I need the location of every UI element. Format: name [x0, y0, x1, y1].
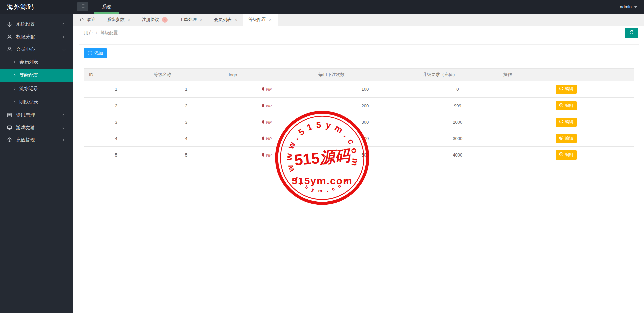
cell-actions: 编辑 [498, 98, 634, 114]
level-logo-image: VIP [260, 136, 277, 141]
svg-text:VIP: VIP [266, 153, 272, 157]
cell-upgrade-requirement: 999 [417, 98, 498, 114]
edit-button[interactable]: 编辑 [556, 134, 577, 143]
tab-register-agreement[interactable]: 注册协议 × [136, 14, 174, 26]
sidebar-subitem-flow-records[interactable]: 流水记录 [0, 82, 73, 96]
sidebar-item-permission[interactable]: 权限分配 [0, 30, 73, 43]
chevron-right-icon [13, 61, 15, 63]
svg-text:VIP: VIP [266, 120, 272, 124]
tab-system-params[interactable]: 系统参数 × [101, 14, 136, 26]
cell-daily-bets: 200 [313, 98, 417, 114]
edit-button[interactable]: 编辑 [556, 118, 577, 127]
edit-button[interactable]: 编辑 [556, 85, 577, 94]
close-icon[interactable]: × [269, 17, 272, 22]
refresh-button[interactable] [625, 28, 638, 38]
level-config-card: 添加 ID 等级名称 logo [79, 44, 639, 168]
active-nav-underline [94, 12, 119, 14]
column-header-level-name: 等级名称 [149, 69, 224, 81]
cell-id: 2 [84, 98, 149, 114]
card-toolbar: 添加 [79, 45, 639, 62]
sidebar-subitem-level-config[interactable]: 等级配置 [0, 69, 73, 82]
cell-actions: 编辑 [498, 130, 634, 147]
chevron-left-icon [63, 138, 65, 141]
gear-icon [7, 21, 12, 27]
close-icon[interactable]: × [234, 17, 237, 22]
cell-id: 1 [84, 81, 149, 98]
cell-actions: 编辑 [498, 81, 634, 98]
cell-logo: VIP [224, 98, 313, 114]
cell-level-name: 4 [149, 130, 224, 147]
menu-list-icon [80, 3, 86, 10]
tab-bar: 欢迎 系统参数 × 注册协议 × 工单处理 × 会员列表 × 等级配置 × [73, 14, 644, 26]
tab-level-config[interactable]: 等级配置 × [243, 14, 278, 26]
close-icon[interactable]: × [128, 17, 130, 22]
user-icon [7, 34, 12, 40]
home-icon [79, 17, 84, 23]
cell-level-name: 3 [149, 114, 224, 130]
face-edit-icon [559, 152, 563, 158]
cell-logo: VIP [224, 81, 313, 98]
cell-upgrade-requirement: 3000 [417, 130, 498, 147]
cell-daily-bets: 300 [313, 114, 417, 130]
cell-logo: VIP [224, 147, 313, 163]
sidebar-item-member-center[interactable]: 会员中心 [0, 43, 73, 55]
table-row: 2 2 VIP 200 999 编辑 [84, 98, 634, 114]
chevron-right-icon [13, 74, 15, 77]
level-logo-image: VIP [260, 152, 277, 158]
main-area: 欢迎 系统参数 × 注册协议 × 工单处理 × 会员列表 × 等级配置 × [73, 14, 644, 313]
table-row: 5 5 VIP 500 4000 编辑 [84, 147, 634, 163]
sidebar-subitem-member-list[interactable]: 会员列表 [0, 55, 73, 69]
breadcrumb-section: 用户 [84, 30, 93, 36]
cell-id: 4 [84, 130, 149, 147]
column-header-logo: logo [224, 69, 313, 81]
add-button[interactable]: 添加 [84, 48, 107, 58]
cell-level-name: 2 [149, 98, 224, 114]
plus-circle-icon [88, 51, 92, 56]
app-logo: 海外源码 [0, 0, 73, 14]
breadcrumb-current: 等级配置 [100, 30, 118, 36]
caret-down-icon [634, 6, 637, 8]
svg-text:VIP: VIP [266, 104, 272, 108]
sidebar-toggle-button[interactable] [77, 2, 88, 11]
cell-upgrade-requirement: 0 [417, 81, 498, 98]
level-table: ID 等级名称 logo 每日下注次数 升级要求（充值） 操作 1 [84, 68, 634, 163]
sidebar-item-news[interactable]: 资讯管理 [0, 109, 73, 121]
chevron-down-icon [63, 48, 65, 50]
cell-actions: 编辑 [498, 147, 634, 163]
face-edit-icon [559, 119, 563, 125]
edit-button[interactable]: 编辑 [556, 150, 577, 160]
cell-level-name: 5 [149, 147, 224, 163]
cell-daily-bets: 400 [313, 130, 417, 147]
recharge-icon [7, 137, 12, 143]
face-edit-icon [559, 103, 563, 108]
chevron-left-icon [63, 23, 65, 25]
table-row: 3 3 VIP 300 2000 编辑 [84, 114, 634, 130]
close-icon[interactable]: × [162, 17, 168, 23]
tab-welcome[interactable]: 欢迎 [73, 14, 101, 26]
topbar: 海外源码 系统 admin [0, 0, 644, 14]
face-edit-icon [559, 136, 563, 141]
tab-member-list[interactable]: 会员列表 × [208, 14, 243, 26]
close-icon[interactable]: × [200, 17, 202, 22]
column-header-upgrade-requirement: 升级要求（充值） [417, 69, 498, 81]
cell-id: 3 [84, 114, 149, 130]
tab-work-order[interactable]: 工单处理 × [174, 14, 208, 26]
cell-upgrade-requirement: 2000 [417, 114, 498, 130]
level-logo-image: VIP [260, 103, 277, 108]
chevron-right-icon [13, 101, 15, 104]
sidebar-item-game-guess[interactable]: 游戏竞猜 [0, 121, 73, 134]
topnav-item-system[interactable]: 系统 [94, 0, 119, 14]
cell-daily-bets: 500 [313, 147, 417, 163]
user-dropdown[interactable]: admin [620, 0, 644, 14]
chevron-left-icon [63, 126, 65, 129]
sidebar-item-recharge-withdraw[interactable]: 充值提现 [0, 134, 73, 146]
table-row: 1 1 VIP 100 0 编辑 [84, 81, 634, 98]
face-edit-icon [559, 86, 563, 92]
sidebar-item-system-settings[interactable]: 系统设置 [0, 18, 73, 30]
chevron-left-icon [63, 35, 65, 38]
sidebar-subitem-team-records[interactable]: 团队记录 [0, 96, 73, 109]
svg-text:VIP: VIP [266, 87, 272, 91]
edit-button[interactable]: 编辑 [556, 101, 577, 110]
level-logo-image: VIP [260, 119, 277, 125]
column-header-daily-bets: 每日下注次数 [313, 69, 417, 81]
